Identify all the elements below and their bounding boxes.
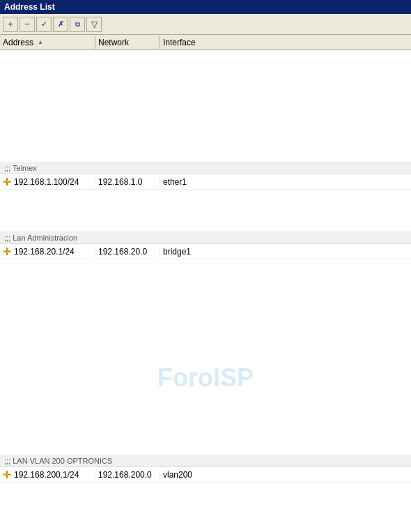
column-header: Address ▲ Network Interface xyxy=(0,35,411,50)
row-interface-cell: vlan200 xyxy=(160,469,411,481)
row-network-cell: 192.168.20.0 xyxy=(95,245,160,258)
add-icon: + xyxy=(8,19,13,29)
row-address-cell: ✛ 192.168.200.1/24 xyxy=(0,469,95,481)
row-network-cell: 192.168.1.0 xyxy=(95,176,160,188)
table-row[interactable]: ✛ 192.168.1.100/24 192.168.1.0 ether1 xyxy=(0,174,411,190)
title-bar: Address List xyxy=(0,0,411,14)
disable-button[interactable]: ✗ xyxy=(53,17,68,32)
filter-icon: ▽ xyxy=(91,20,98,29)
title-text: Address List xyxy=(4,2,55,12)
table-row[interactable]: ✛ 192.168.20.1/24 192.168.20.0 bridge1 xyxy=(0,244,411,259)
minus-icon: − xyxy=(24,19,30,29)
toolbar: + − ✓ ✗ ⧉ ▽ xyxy=(0,14,411,35)
plus-icon: ✛ xyxy=(3,177,11,187)
list-content: ;;; Telmex ✛ 192.168.1.100/24 192.168.1.… xyxy=(0,50,411,532)
group-header-vlan200: ;;; LAN VLAN 200 OPTRONICS xyxy=(0,455,411,467)
enable-button[interactable]: ✓ xyxy=(36,17,52,32)
row-address-cell: ✛ 192.168.1.100/24 xyxy=(0,176,95,188)
col-header-interface[interactable]: Interface xyxy=(160,36,411,49)
row-network-cell: 192.168.200.0 xyxy=(95,469,160,481)
plus-icon: ✛ xyxy=(3,470,11,480)
col-header-network[interactable]: Network xyxy=(95,36,160,49)
copy-icon: ⧉ xyxy=(75,20,80,29)
group-header-lan-admin: ;;; Lan Administracion xyxy=(0,231,411,244)
table-row[interactable]: ✛ 192.168.200.1/24 192.168.200.0 vlan200 xyxy=(0,467,411,482)
check-icon: ✓ xyxy=(41,20,47,29)
remove-button[interactable]: − xyxy=(20,17,35,32)
filter-button[interactable]: ▽ xyxy=(86,17,102,32)
row-interface-cell: ether1 xyxy=(160,176,411,188)
row-interface-cell: bridge1 xyxy=(160,245,411,258)
row-address-cell: ✛ 192.168.20.1/24 xyxy=(0,245,95,258)
plus-icon: ✛ xyxy=(3,247,11,257)
group-header-telmex: ;;; Telmex xyxy=(0,162,411,174)
col-header-address[interactable]: Address ▲ xyxy=(0,36,95,49)
cross-icon: ✗ xyxy=(58,20,64,29)
add-button[interactable]: + xyxy=(3,17,18,32)
copy-button[interactable]: ⧉ xyxy=(70,17,85,32)
sort-arrow-icon: ▲ xyxy=(38,39,43,45)
